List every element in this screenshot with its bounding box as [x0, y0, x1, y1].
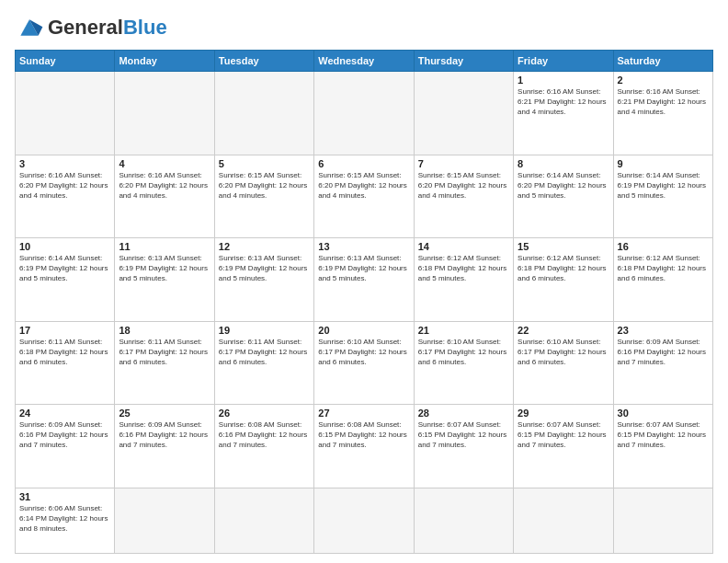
day-number: 23 — [618, 325, 709, 336]
calendar-cell: 7Sunrise: 6:15 AM Sunset: 6:20 PM Daylig… — [414, 155, 513, 238]
calendar-week-row: 31Sunrise: 6:06 AM Sunset: 6:14 PM Dayli… — [16, 488, 713, 554]
day-number: 15 — [518, 241, 609, 252]
day-number: 19 — [219, 325, 310, 336]
day-info: Sunrise: 6:10 AM Sunset: 6:17 PM Dayligh… — [518, 337, 609, 368]
day-info: Sunrise: 6:16 AM Sunset: 6:21 PM Dayligh… — [518, 86, 609, 118]
day-number: 3 — [19, 158, 110, 169]
calendar-cell — [115, 72, 214, 155]
calendar-cell: 31Sunrise: 6:06 AM Sunset: 6:14 PM Dayli… — [16, 488, 115, 554]
weekday-header-friday: Friday — [514, 51, 613, 72]
calendar-cell — [414, 72, 513, 155]
day-info: Sunrise: 6:13 AM Sunset: 6:19 PM Dayligh… — [318, 253, 409, 284]
weekday-header-tuesday: Tuesday — [214, 51, 313, 72]
weekday-header-row: SundayMondayTuesdayWednesdayThursdayFrid… — [16, 51, 713, 72]
day-info: Sunrise: 6:12 AM Sunset: 6:18 PM Dayligh… — [418, 253, 509, 284]
day-info: Sunrise: 6:07 AM Sunset: 6:15 PM Dayligh… — [418, 419, 509, 451]
day-info: Sunrise: 6:09 AM Sunset: 6:16 PM Dayligh… — [119, 419, 210, 451]
day-info: Sunrise: 6:11 AM Sunset: 6:17 PM Dayligh… — [119, 337, 210, 368]
weekday-header-monday: Monday — [115, 51, 214, 72]
day-number: 28 — [418, 408, 509, 419]
day-info: Sunrise: 6:14 AM Sunset: 6:19 PM Dayligh… — [618, 170, 709, 201]
calendar-cell — [514, 488, 613, 554]
calendar-cell: 20Sunrise: 6:10 AM Sunset: 6:17 PM Dayli… — [314, 321, 414, 405]
calendar-cell: 1Sunrise: 6:16 AM Sunset: 6:21 PM Daylig… — [514, 72, 613, 155]
day-number: 20 — [318, 325, 409, 336]
day-number: 2 — [618, 75, 709, 86]
calendar-cell: 8Sunrise: 6:14 AM Sunset: 6:20 PM Daylig… — [514, 155, 613, 238]
calendar-table: SundayMondayTuesdayWednesdayThursdayFrid… — [15, 50, 713, 554]
day-info: Sunrise: 6:06 AM Sunset: 6:14 PM Dayligh… — [19, 503, 110, 534]
calendar-cell: 13Sunrise: 6:13 AM Sunset: 6:19 PM Dayli… — [314, 238, 414, 322]
day-number: 18 — [119, 325, 210, 336]
day-number: 25 — [119, 408, 210, 419]
weekday-header-thursday: Thursday — [414, 51, 513, 72]
day-info: Sunrise: 6:10 AM Sunset: 6:17 PM Dayligh… — [418, 337, 509, 368]
day-number: 16 — [618, 241, 709, 252]
page: GeneralBlue SundayMondayTuesdayWednesday… — [0, 0, 728, 563]
calendar-cell: 30Sunrise: 6:07 AM Sunset: 6:15 PM Dayli… — [613, 405, 712, 488]
calendar-cell: 26Sunrise: 6:08 AM Sunset: 6:16 PM Dayli… — [214, 405, 313, 488]
calendar-cell — [414, 488, 513, 554]
day-info: Sunrise: 6:07 AM Sunset: 6:15 PM Dayligh… — [518, 419, 609, 451]
day-number: 17 — [19, 325, 110, 336]
calendar-cell: 28Sunrise: 6:07 AM Sunset: 6:15 PM Dayli… — [414, 405, 513, 488]
day-number: 31 — [19, 491, 110, 502]
day-number: 22 — [518, 325, 609, 336]
calendar-week-row: 17Sunrise: 6:11 AM Sunset: 6:18 PM Dayli… — [16, 321, 713, 405]
calendar-cell: 10Sunrise: 6:14 AM Sunset: 6:19 PM Dayli… — [16, 238, 115, 322]
day-info: Sunrise: 6:16 AM Sunset: 6:20 PM Dayligh… — [19, 170, 110, 201]
day-number: 10 — [19, 241, 110, 252]
calendar-cell: 19Sunrise: 6:11 AM Sunset: 6:17 PM Dayli… — [214, 321, 313, 405]
day-number: 21 — [418, 325, 509, 336]
calendar-cell: 25Sunrise: 6:09 AM Sunset: 6:16 PM Dayli… — [115, 405, 214, 488]
calendar-cell: 16Sunrise: 6:12 AM Sunset: 6:18 PM Dayli… — [613, 238, 712, 322]
day-number: 13 — [318, 241, 409, 252]
day-number: 1 — [518, 75, 609, 86]
calendar-cell — [214, 488, 313, 554]
day-info: Sunrise: 6:12 AM Sunset: 6:18 PM Dayligh… — [618, 253, 709, 284]
calendar-cell: 3Sunrise: 6:16 AM Sunset: 6:20 PM Daylig… — [16, 155, 115, 238]
day-info: Sunrise: 6:08 AM Sunset: 6:16 PM Dayligh… — [219, 419, 310, 451]
calendar-cell: 21Sunrise: 6:10 AM Sunset: 6:17 PM Dayli… — [414, 321, 513, 405]
day-info: Sunrise: 6:13 AM Sunset: 6:19 PM Dayligh… — [219, 253, 310, 284]
calendar-week-row: 3Sunrise: 6:16 AM Sunset: 6:20 PM Daylig… — [16, 155, 713, 238]
calendar-cell: 15Sunrise: 6:12 AM Sunset: 6:18 PM Dayli… — [514, 238, 613, 322]
day-number: 9 — [618, 158, 709, 169]
day-number: 29 — [518, 408, 609, 419]
day-number: 7 — [418, 158, 509, 169]
calendar-cell — [314, 488, 414, 554]
logo-text: GeneralBlue — [48, 17, 167, 38]
day-info: Sunrise: 6:15 AM Sunset: 6:20 PM Dayligh… — [418, 170, 509, 201]
weekday-header-saturday: Saturday — [613, 51, 712, 72]
calendar-week-row: 24Sunrise: 6:09 AM Sunset: 6:16 PM Dayli… — [16, 405, 713, 488]
day-number: 27 — [318, 408, 409, 419]
calendar-cell — [214, 72, 313, 155]
day-number: 6 — [318, 158, 409, 169]
weekday-header-sunday: Sunday — [16, 51, 115, 72]
day-number: 8 — [518, 158, 609, 169]
calendar-week-row: 1Sunrise: 6:16 AM Sunset: 6:21 PM Daylig… — [16, 72, 713, 155]
day-info: Sunrise: 6:11 AM Sunset: 6:18 PM Dayligh… — [19, 337, 110, 368]
day-info: Sunrise: 6:14 AM Sunset: 6:19 PM Dayligh… — [19, 253, 110, 284]
day-info: Sunrise: 6:09 AM Sunset: 6:16 PM Dayligh… — [618, 337, 709, 368]
calendar-cell: 12Sunrise: 6:13 AM Sunset: 6:19 PM Dayli… — [214, 238, 313, 322]
calendar-cell: 18Sunrise: 6:11 AM Sunset: 6:17 PM Dayli… — [115, 321, 214, 405]
calendar-cell: 2Sunrise: 6:16 AM Sunset: 6:21 PM Daylig… — [613, 72, 712, 155]
calendar-cell: 24Sunrise: 6:09 AM Sunset: 6:16 PM Dayli… — [16, 405, 115, 488]
day-number: 24 — [19, 408, 110, 419]
calendar-cell: 14Sunrise: 6:12 AM Sunset: 6:18 PM Dayli… — [414, 238, 513, 322]
calendar-cell: 5Sunrise: 6:15 AM Sunset: 6:20 PM Daylig… — [214, 155, 313, 238]
calendar-cell: 9Sunrise: 6:14 AM Sunset: 6:19 PM Daylig… — [613, 155, 712, 238]
day-info: Sunrise: 6:07 AM Sunset: 6:15 PM Dayligh… — [618, 419, 709, 451]
day-number: 30 — [618, 408, 709, 419]
day-info: Sunrise: 6:11 AM Sunset: 6:17 PM Dayligh… — [219, 337, 310, 368]
generalblue-logo-icon — [15, 15, 44, 40]
logo: GeneralBlue — [15, 15, 167, 40]
calendar-cell: 11Sunrise: 6:13 AM Sunset: 6:19 PM Dayli… — [115, 238, 214, 322]
calendar-cell: 6Sunrise: 6:15 AM Sunset: 6:20 PM Daylig… — [314, 155, 414, 238]
day-info: Sunrise: 6:13 AM Sunset: 6:19 PM Dayligh… — [119, 253, 210, 284]
day-number: 12 — [219, 241, 310, 252]
calendar-cell: 4Sunrise: 6:16 AM Sunset: 6:20 PM Daylig… — [115, 155, 214, 238]
calendar-cell: 22Sunrise: 6:10 AM Sunset: 6:17 PM Dayli… — [514, 321, 613, 405]
day-number: 11 — [119, 241, 210, 252]
